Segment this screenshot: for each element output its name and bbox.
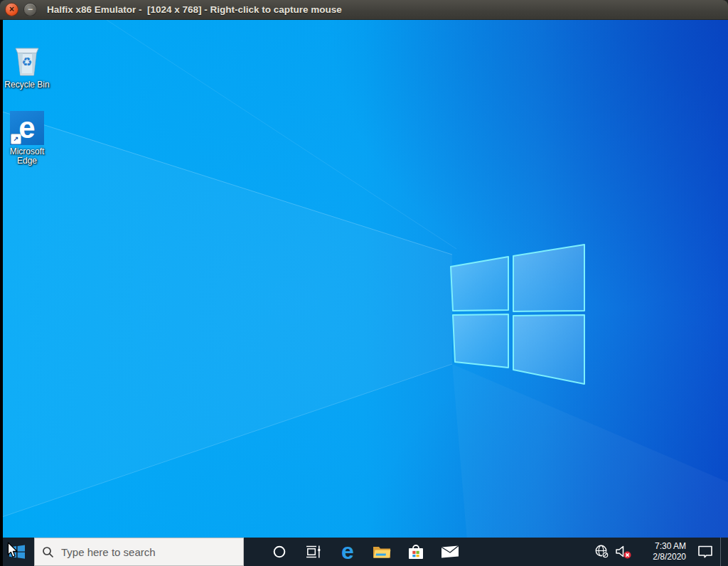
emulator-window: × − Halfix x86 Emulator - [1024 x 768] -… — [0, 0, 728, 566]
titlebar[interactable]: × − Halfix x86 Emulator - [1024 x 768] -… — [0, 0, 728, 20]
system-tray: 7:30 AM 2/8/2020 — [592, 538, 728, 566]
screen-left-border — [0, 20, 3, 566]
recycle-bin-icon: ♻ — [10, 44, 44, 78]
clock-time: 7:30 AM — [641, 541, 686, 552]
edge-desktop-icon: e ↗ — [10, 111, 44, 145]
file-explorer-button[interactable] — [365, 538, 399, 566]
desktop-icon-recycle-bin[interactable]: ♻ Recycle Bin — [0, 44, 54, 90]
desktop-icon-label: Recycle Bin — [0, 80, 54, 90]
action-center-button[interactable] — [690, 545, 720, 559]
clock-date: 2/8/2020 — [641, 552, 686, 562]
network-status-button[interactable] — [592, 544, 612, 560]
shortcut-arrow-icon: ↗ — [11, 134, 21, 144]
edge-taskbar-button[interactable]: e — [331, 538, 365, 566]
task-view-button[interactable] — [296, 538, 331, 566]
search-icon — [42, 546, 54, 558]
minimize-button[interactable]: − — [23, 3, 37, 16]
svg-text:e: e — [341, 540, 354, 563]
desktop[interactable]: ♻ Recycle Bin e ↗ Microsoft Edge — [0, 20, 728, 566]
window-title: Halfix x86 Emulator - [1024 x 768] - Rig… — [47, 4, 342, 15]
network-offline-icon — [594, 544, 610, 560]
windows-start-icon — [9, 545, 26, 559]
action-center-icon — [697, 545, 714, 559]
start-button[interactable] — [0, 538, 34, 566]
close-button[interactable]: × — [5, 3, 18, 16]
mail-icon — [441, 545, 459, 558]
minimize-icon: − — [28, 5, 33, 14]
cortana-icon — [272, 545, 287, 559]
wallpaper — [0, 20, 728, 566]
taskbar-clock[interactable]: 7:30 AM 2/8/2020 — [641, 541, 686, 562]
desktop-icon-microsoft-edge[interactable]: e ↗ Microsoft Edge — [0, 111, 54, 166]
taskbar: e — [0, 538, 728, 566]
close-icon: × — [9, 5, 14, 14]
file-explorer-icon — [373, 545, 391, 559]
search-input[interactable] — [60, 545, 236, 559]
edge-icon: e — [337, 540, 358, 563]
volume-button[interactable] — [612, 545, 635, 560]
cortana-button[interactable] — [262, 538, 296, 566]
desktop-icon-label: Microsoft Edge — [0, 147, 54, 166]
microsoft-store-button[interactable] — [399, 538, 433, 566]
taskbar-search[interactable] — [34, 538, 244, 566]
microsoft-store-icon — [407, 544, 424, 560]
volume-muted-icon — [615, 545, 633, 560]
mail-button[interactable] — [433, 538, 467, 566]
svg-text:♻: ♻ — [21, 55, 32, 69]
show-desktop-button[interactable] — [720, 538, 724, 566]
task-view-icon — [306, 545, 321, 558]
